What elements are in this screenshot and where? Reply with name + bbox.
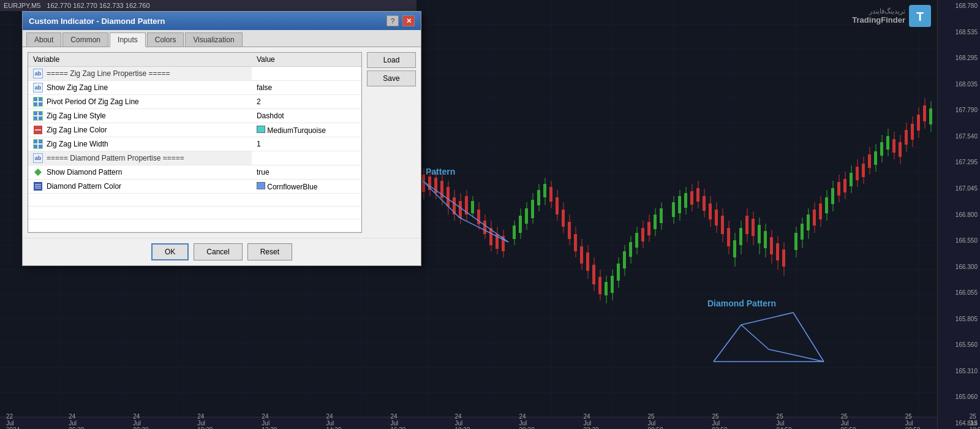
time-label: 24 Jul 08:30 (133, 413, 148, 429)
chart-symbol: EURJPY,M5 (4, 2, 40, 9)
svg-rect-76 (556, 197, 559, 214)
svg-rect-148 (782, 249, 785, 267)
row-value[interactable]: false (252, 81, 361, 95)
load-button[interactable]: Load (367, 52, 416, 68)
time-label: 24 Jul 22:30 (584, 413, 599, 429)
save-button[interactable]: Save (367, 70, 416, 86)
table-row[interactable]: Diamond Pattern Color CornflowerBlue (28, 180, 361, 194)
row-variable: ab Show Zig Zag Line (28, 81, 252, 94)
svg-rect-88 (592, 265, 595, 284)
svg-rect-170 (856, 167, 859, 180)
svg-rect-124 (709, 203, 712, 219)
help-button[interactable]: ? (386, 15, 399, 26)
row-value[interactable]: true (252, 165, 361, 180)
color-swatch-turquoise[interactable] (257, 126, 265, 133)
table-row[interactable]: Pivot Period Of Zig Zag Line 2 (28, 95, 361, 109)
row-value[interactable]: 1 (252, 137, 361, 151)
tab-visualization[interactable]: Visualization (185, 32, 242, 47)
svg-rect-72 (543, 184, 546, 197)
row-value[interactable]: 2 (252, 95, 361, 109)
table-row: ab ===== Zig Zag Line Propertise ===== (28, 67, 361, 81)
time-label: 24 Jul 14:30 (326, 413, 341, 429)
row-variable: Pivot Period Of Zig Zag Line (28, 95, 252, 108)
time-label: 24 Jul 16:30 (390, 413, 405, 429)
table-row[interactable]: Show Diamond Pattern true (28, 165, 361, 180)
dialog-tabs: About Common Inputs Colors Visualization (23, 30, 421, 47)
svg-rect-102 (635, 233, 638, 248)
row-variable: Zig Zag Line Style (28, 109, 252, 123)
price-label: 168.035 (940, 81, 978, 88)
svg-rect-112 (672, 202, 675, 217)
svg-rect-86 (586, 252, 589, 271)
table-row[interactable]: Zig Zag Line Color MediumTurquoise (28, 123, 361, 137)
row-value[interactable]: Dashdot (252, 109, 361, 123)
close-button[interactable]: ✕ (402, 15, 415, 26)
svg-line-200 (793, 313, 824, 362)
price-label: 165.060 (940, 393, 978, 400)
svg-rect-184 (899, 142, 902, 157)
price-label: 166.300 (940, 264, 978, 270)
svg-rect-98 (623, 251, 626, 268)
dialog-title: Custom Indicator - Diamond Pattern (29, 17, 165, 26)
table-row[interactable]: Zig Zag Line Style Dashdot (28, 109, 361, 123)
table-row-empty (28, 207, 361, 219)
section-label: ab ===== Diamond Pattern Propertise ====… (28, 151, 252, 165)
svg-rect-210 (34, 102, 37, 106)
table-row[interactable]: Zig Zag Line Width 1 (28, 137, 361, 151)
logo-icon: T (909, 5, 931, 27)
row-variable: Zig Zag Line Width (28, 137, 252, 151)
row-icon (33, 125, 43, 135)
price-axis: 168.780 168.535 168.295 168.035 167.790 … (937, 0, 980, 429)
price-label: 167.045 (940, 185, 978, 192)
row-value[interactable]: CornflowerBlue (252, 180, 361, 194)
price-label: 166.550 (940, 237, 978, 244)
time-label: 25 Jul 10:50 (970, 413, 980, 429)
logo-area: تریدینگ‌فایندر TradingFinder T (852, 5, 931, 27)
tab-colors[interactable]: Colors (147, 32, 184, 47)
svg-rect-166 (843, 179, 846, 192)
time-label: 24 Jul 18:30 (454, 413, 470, 429)
price-label: 166.055 (940, 289, 978, 296)
svg-rect-42 (447, 187, 450, 207)
svg-rect-158 (819, 203, 822, 219)
svg-rect-220 (34, 145, 37, 148)
tab-inputs[interactable]: Inputs (110, 32, 146, 47)
svg-rect-74 (549, 187, 552, 202)
row-icon (33, 181, 43, 191)
tab-common[interactable]: Common (62, 32, 108, 47)
svg-rect-174 (868, 154, 871, 168)
svg-rect-178 (880, 142, 883, 156)
table-header-row: Variable Value (28, 53, 361, 67)
svg-rect-130 (727, 228, 730, 246)
indicator-dialog: Custom Indicator - Diamond Pattern ? ✕ A… (22, 11, 421, 266)
table-row: ab ===== Diamond Pattern Propertise ====… (28, 151, 361, 165)
color-name: CornflowerBlue (267, 183, 317, 191)
cancel-button[interactable]: Cancel (194, 243, 242, 260)
section-label: ab ===== Zig Zag Line Propertise ===== (28, 67, 252, 80)
svg-rect-176 (874, 151, 877, 165)
svg-rect-50 (471, 201, 474, 213)
svg-text:Diamond Pattern: Diamond Pattern (707, 298, 776, 308)
row-value[interactable]: MediumTurquoise (252, 123, 361, 137)
row-label: Zig Zag Line Width (47, 140, 108, 148)
table-row[interactable]: ab Show Zig Zag Line false (28, 81, 361, 95)
svg-rect-68 (531, 200, 534, 218)
price-label: 167.540 (940, 133, 978, 140)
tab-about[interactable]: About (26, 32, 61, 47)
ok-button[interactable]: OK (151, 243, 189, 260)
svg-rect-212 (34, 112, 37, 115)
svg-rect-132 (733, 240, 736, 257)
svg-rect-84 (580, 246, 583, 264)
dialog-content: Variable Value ab ===== Zig Zag Line Pro… (23, 47, 421, 238)
svg-rect-80 (568, 222, 571, 239)
svg-rect-144 (770, 237, 773, 254)
section-text: ===== Zig Zag Line Propertise ===== (47, 69, 170, 78)
price-label: 165.310 (940, 368, 978, 374)
row-label: Show Diamond Pattern (47, 168, 122, 177)
svg-text:T: T (916, 10, 924, 23)
svg-line-202 (741, 325, 769, 349)
color-swatch-blue[interactable] (257, 182, 265, 189)
price-label: 167.295 (940, 159, 978, 165)
svg-rect-106 (647, 222, 650, 235)
reset-button[interactable]: Reset (247, 243, 292, 260)
